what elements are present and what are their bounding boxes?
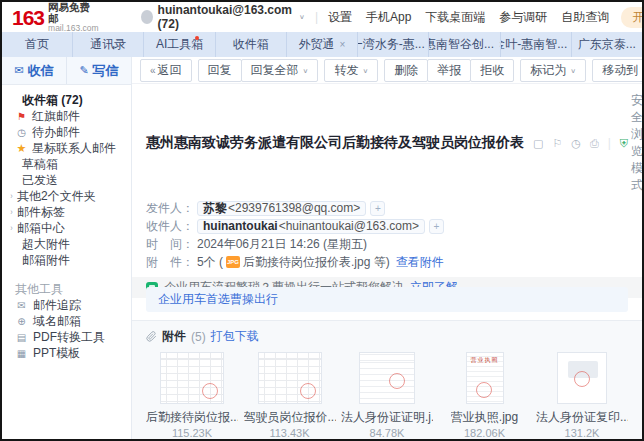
to-row: 收件人： huinantoukai<huinantoukai@163.com> … — [146, 218, 628, 234]
attachments-count: (5) — [191, 330, 206, 344]
paperclip-icon — [146, 331, 157, 342]
account-menu[interactable]: huinantoukai@163.com (72) ∨ — [141, 3, 305, 31]
tab-ai-toolbox[interactable]: AI工具箱 — [144, 32, 215, 57]
tab-foreign-trade[interactable]: 外贸通× — [287, 32, 358, 57]
product-name: 网易免费邮 — [48, 2, 99, 24]
sidebar-item-mail-attachments[interactable]: 邮箱附件 — [2, 252, 131, 268]
sidebar-item-todo[interactable]: ◷待办邮件 — [2, 124, 131, 140]
avatar — [141, 10, 153, 24]
attachment-name: 营业执照.jpg — [451, 409, 518, 426]
jpg-file-icon: JPG — [226, 256, 240, 268]
webmail-window: 163 网易免费邮 mail.163.com huinantoukai@163.… — [0, 0, 644, 441]
tab-mail-jinye[interactable]: 金叶-惠南智...× — [501, 32, 572, 57]
report-button[interactable]: 举报 — [427, 59, 471, 82]
license-thumb-text: 营业执照 — [467, 356, 503, 365]
attachment-size: 182.06K — [464, 427, 505, 439]
survey-link[interactable]: 参与调研 — [499, 9, 547, 26]
mail-toolbar: «返回 回复 回复全部∨ 转发∨ 删除 举报 拒收 标记为∨ — [132, 57, 642, 84]
sidebar-item-inbox[interactable]: 收件箱 (72) — [2, 92, 131, 108]
recipient-pill[interactable]: huinantoukai<huinantoukai@163.com> — [197, 219, 425, 234]
reply-button[interactable]: 回复 — [198, 59, 242, 82]
sidebar-item-drafts[interactable]: 草稿箱 — [2, 156, 131, 172]
attachment-size: 113.43K — [269, 427, 309, 439]
sidebar-item-mail-center[interactable]: ›邮箱中心 — [2, 220, 131, 236]
compose-mail-button[interactable]: ✎ 写信 — [66, 57, 131, 84]
settings-link[interactable]: 设置 — [328, 9, 352, 26]
reply-all-button[interactable]: 回复全部∨ — [241, 59, 319, 82]
tab-contacts[interactable]: 通讯录 — [73, 32, 144, 57]
safe-browse-toggle[interactable]: ⛨ 安全浏览模式 ∨ — [620, 92, 644, 194]
sidebar-item-domain-mail[interactable]: ⊕域名邮箱 — [2, 313, 131, 329]
delete-button[interactable]: 删除 — [384, 59, 428, 82]
attachment-size: 84.78K — [370, 427, 405, 439]
tab-mail-huinan[interactable]: 惠南智谷创...× — [429, 32, 500, 57]
sidebar-item-pdf-tools[interactable]: ▤PDF转换工具 — [2, 329, 131, 345]
mail-track-icon: ✉ — [15, 300, 28, 311]
subject-row: 惠州惠南致诚劳务派遣有限公司后勤接待及驾驶员岗位报价表 ▢ ⚐ ◷ ⎙ | ⛨ … — [132, 84, 642, 197]
attachment-thumbnail[interactable] — [258, 352, 322, 404]
flag-icon[interactable]: ⚐ — [552, 137, 562, 150]
shield-icon: ⛨ — [620, 137, 628, 150]
attachment-item[interactable]: 营业执照 营业执照.jpg 182.06K — [439, 352, 531, 439]
attachment-item[interactable]: 法人身份证复印... 131.2K — [536, 352, 628, 439]
mobile-app-link[interactable]: 手机App — [366, 9, 411, 26]
chevron-right-icon: › — [10, 191, 12, 201]
sidebar-item-sent[interactable]: 已发送 — [2, 172, 131, 188]
account-email: huinantoukai@163.com (72) — [158, 3, 294, 31]
reject-button[interactable]: 拒收 — [470, 59, 514, 82]
download-all-link[interactable]: 打包下载 — [211, 328, 259, 345]
sidebar-item-starred[interactable]: ★星标联系人邮件 — [2, 140, 131, 156]
folder-list: 收件箱 (72) ⚑红旗邮件 ◷待办邮件 ★星标联系人邮件 草稿箱 已发送 ›其… — [2, 85, 131, 268]
sidebar-item-other-folders[interactable]: ›其他2个文件夹 — [2, 188, 131, 204]
view-attachments-link[interactable]: 查看附件 — [396, 254, 444, 271]
main-area: ✉ 收信 ✎ 写信 收件箱 (72) ⚑红旗邮件 ◷待办邮件 ★星标联系人邮件 … — [2, 57, 642, 439]
attachment-thumbnail[interactable] — [557, 352, 607, 404]
brand-logo[interactable]: 163 网易免费邮 mail.163.com — [12, 2, 99, 33]
sender-pill[interactable]: 苏黎<2939761398@qq.com> — [197, 201, 366, 216]
sidebar-item-ppt-templates[interactable]: ▦PPT模板 — [2, 345, 131, 361]
membership-label: 开通邮箱会员 — [632, 10, 644, 24]
sidebar-item-flagged[interactable]: ⚑红旗邮件 — [2, 108, 131, 124]
from-row: 发件人： 苏黎<2939761398@qq.com> + — [146, 200, 628, 216]
move-to-button[interactable]: 移动到∨ — [592, 59, 644, 82]
tab-mail-yiwan[interactable]: 一湾水务-惠...× — [358, 32, 429, 57]
print-icon[interactable]: ⎙ — [590, 137, 599, 150]
bookmark-icon[interactable]: ▢ — [533, 137, 543, 150]
desktop-app-link[interactable]: 下载桌面端 — [425, 9, 485, 26]
close-icon[interactable]: × — [340, 39, 346, 50]
receive-mail-button[interactable]: ✉ 收信 — [2, 57, 66, 84]
tab-mail-jingtai[interactable]: 广东京泰... — [572, 32, 642, 57]
back-button[interactable]: «返回 — [140, 59, 192, 82]
schedule-icon[interactable]: ◷ — [571, 137, 581, 150]
add-contact-icon[interactable]: + — [429, 219, 444, 234]
attachments-header: 附件 (5) 打包下载 — [146, 328, 628, 345]
sidebar-item-mail-tracking[interactable]: ✉邮件追踪 — [2, 297, 131, 313]
attachment-thumbnail[interactable]: 营业执照 — [466, 352, 504, 404]
attachment-item[interactable]: 法人身份证证明.j... 84.78K — [341, 352, 433, 439]
add-contact-icon[interactable]: + — [370, 201, 385, 216]
tab-home[interactable]: 首页 — [2, 32, 73, 57]
attachment-item[interactable]: 后勤接待岗位报... 115.23K — [146, 352, 238, 439]
attachment-name: 法人身份证证明.j... — [341, 409, 433, 426]
membership-button[interactable]: 开通邮箱会员 618 — [621, 7, 644, 28]
sidebar-actions: ✉ 收信 ✎ 写信 — [2, 57, 131, 85]
attachment-thumbnail[interactable] — [359, 352, 415, 404]
attachment-size: 131.2K — [565, 427, 600, 439]
back-icon: « — [150, 65, 154, 76]
self-service-link[interactable]: 自助查询 — [561, 9, 609, 26]
chevron-down-icon: ∨ — [303, 66, 309, 73]
sidebar-item-labels[interactable]: ›邮件标签 — [2, 204, 131, 220]
pdf-doc-icon: ▤ — [15, 332, 28, 343]
body-ad-link[interactable]: 企业用车首选曹操出行 — [158, 291, 278, 308]
attachment-item[interactable]: 驾驶员岗位报价... 113.43K — [244, 352, 336, 439]
sidebar-item-large-attachments[interactable]: 超大附件 — [2, 236, 131, 252]
from-label: 发件人： — [146, 200, 194, 217]
mark-as-button[interactable]: 标记为∨ — [520, 59, 586, 82]
forward-button[interactable]: 转发∨ — [324, 59, 378, 82]
divider: | — [608, 136, 611, 150]
tab-inbox[interactable]: 收件箱 — [216, 32, 287, 57]
header-nav: 设置 手机App 下载桌面端 参与调研 自助查询 — [328, 9, 609, 26]
time-label: 时 间： — [146, 236, 194, 253]
body-ad-placeholder: 企业用车首选曹操出行 — [146, 287, 628, 312]
attachment-thumbnail[interactable] — [160, 352, 224, 404]
